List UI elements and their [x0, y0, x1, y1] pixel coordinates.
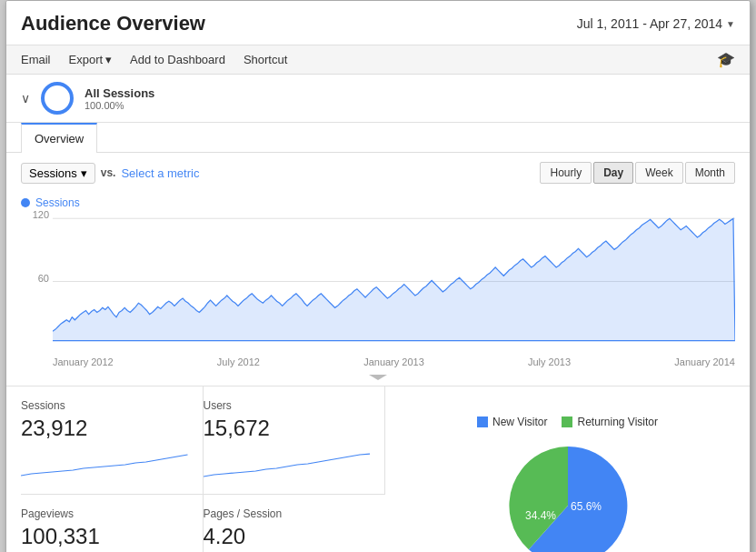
chart-container: 120 60: [21, 209, 735, 355]
main-window: Audience Overview Jul 1, 2011 - Apr 27, …: [5, 0, 751, 552]
x-label-jan2014: January 2014: [674, 356, 735, 367]
x-axis-labels: January 2012 July 2012 January 2013 July…: [6, 355, 750, 371]
metric-arrow: ▾: [81, 166, 87, 180]
segment-circle-icon: [41, 82, 74, 115]
new-visitor-pct-label: 65.6%: [570, 500, 601, 513]
x-label-jan2012: January 2012: [53, 356, 114, 367]
time-btn-month[interactable]: Month: [685, 162, 735, 184]
chart-controls: Sessions ▾ vs. Select a metric Hourly Da…: [6, 153, 750, 193]
pie-panel: New Visitor Returning Visitor: [385, 386, 750, 552]
page-title: Audience Overview: [21, 12, 205, 35]
top-bar: Audience Overview Jul 1, 2011 - Apr 27, …: [6, 1, 750, 45]
svg-marker-3: [369, 375, 387, 380]
metric-dropdown[interactable]: Sessions ▾: [21, 163, 95, 184]
chart-area: 120 60: [6, 209, 750, 355]
metric-users-value: 15,672: [204, 416, 371, 441]
new-visitor-legend: New Visitor: [477, 416, 547, 428]
sessions-legend-dot: [21, 198, 30, 207]
metric-card-pageviews: Pageviews 100,331: [21, 495, 204, 552]
shortcut-button[interactable]: Shortcut: [244, 53, 287, 66]
x-label-jul2013: July 2013: [528, 356, 571, 367]
email-button[interactable]: Email: [21, 53, 51, 66]
chart-legend: Sessions: [6, 193, 750, 209]
time-btn-week[interactable]: Week: [635, 162, 682, 184]
date-range-arrow: ▼: [726, 19, 735, 29]
metric-sessions-value: 23,912: [21, 416, 188, 441]
date-range-selector[interactable]: Jul 1, 2011 - Apr 27, 2014 ▼: [577, 16, 735, 31]
export-button[interactable]: Export ▾: [69, 53, 113, 66]
metric-name: Sessions: [29, 166, 77, 180]
y-mid: 60: [21, 273, 49, 284]
returning-visitor-legend: Returning Visitor: [562, 416, 658, 428]
time-buttons: Hourly Day Week Month: [540, 162, 735, 184]
metric-pageviews-value: 100,331: [21, 524, 188, 549]
metric-card-pages-per-session: Pages / Session 4.20: [204, 495, 386, 552]
metric-users-title: Users: [204, 399, 371, 412]
metric-selector: Sessions ▾ vs. Select a metric: [21, 163, 199, 184]
help-icon: 🎓: [717, 51, 735, 68]
metric-pageviews-title: Pageviews: [21, 507, 188, 520]
returning-visitor-label: Returning Visitor: [577, 416, 658, 428]
returning-visitor-color-swatch: [562, 417, 572, 427]
scroll-arrow-icon: [364, 373, 392, 382]
time-btn-day[interactable]: Day: [593, 162, 633, 184]
segment-name: All Sessions: [85, 86, 154, 100]
y-max: 120: [21, 209, 49, 220]
sessions-chart: [53, 209, 735, 355]
vs-label: vs.: [101, 166, 116, 179]
tab-overview[interactable]: Overview: [21, 123, 97, 153]
y-axis: 120 60: [21, 209, 53, 336]
date-range-text: Jul 1, 2011 - Apr 27, 2014: [577, 16, 722, 31]
metric-pps-value: 4.20: [204, 524, 372, 549]
returning-visitor-pct-label: 34.4%: [524, 509, 555, 522]
x-label-jul2012: July 2012: [217, 356, 260, 367]
select-metric-link[interactable]: Select a metric: [121, 166, 199, 180]
toolbar: Email Export ▾ Add to Dashboard Shortcut…: [6, 45, 750, 75]
tab-bar: Overview: [6, 123, 750, 153]
time-btn-hourly[interactable]: Hourly: [540, 162, 592, 184]
segment-info: All Sessions 100.00%: [85, 86, 154, 111]
new-visitor-label: New Visitor: [492, 416, 547, 428]
segment-percentage: 100.00%: [85, 100, 154, 111]
metric-card-users: Users 15,672: [204, 386, 386, 495]
metrics-grid: Sessions 23,912 Users 15,672 New Visitor: [6, 386, 750, 552]
segment-bar: ∨ All Sessions 100.00%: [6, 75, 750, 123]
metric-card-sessions: Sessions 23,912: [21, 386, 204, 495]
pie-chart-container: 65.6% 34.4%: [486, 437, 650, 553]
scroll-indicator: [6, 371, 750, 386]
chart-svg-wrapper: [53, 209, 735, 355]
new-visitor-color-swatch: [477, 417, 488, 427]
mini-chart-sessions: [21, 448, 188, 481]
x-label-jan2013: January 2013: [363, 356, 424, 367]
mini-chart-users: [204, 448, 371, 481]
metric-pps-title: Pages / Session: [204, 507, 372, 520]
pie-chart: 65.6% 34.4%: [486, 437, 650, 553]
metric-sessions-title: Sessions: [21, 399, 188, 412]
add-to-dashboard-button[interactable]: Add to Dashboard: [130, 53, 225, 66]
segment-chevron[interactable]: ∨: [21, 91, 30, 105]
pie-legend: New Visitor Returning Visitor: [477, 416, 658, 428]
sessions-legend-label: Sessions: [35, 196, 80, 209]
